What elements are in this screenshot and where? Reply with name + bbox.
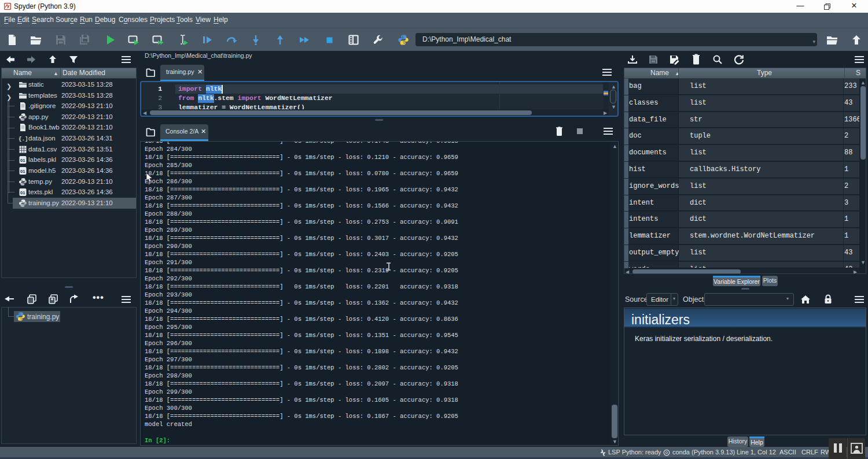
svg-text:01: 01 <box>20 190 25 195</box>
svg-text:01: 01 <box>20 158 25 163</box>
svg-text:01: 01 <box>20 169 25 174</box>
svg-text:{.}: {.} <box>19 136 27 142</box>
